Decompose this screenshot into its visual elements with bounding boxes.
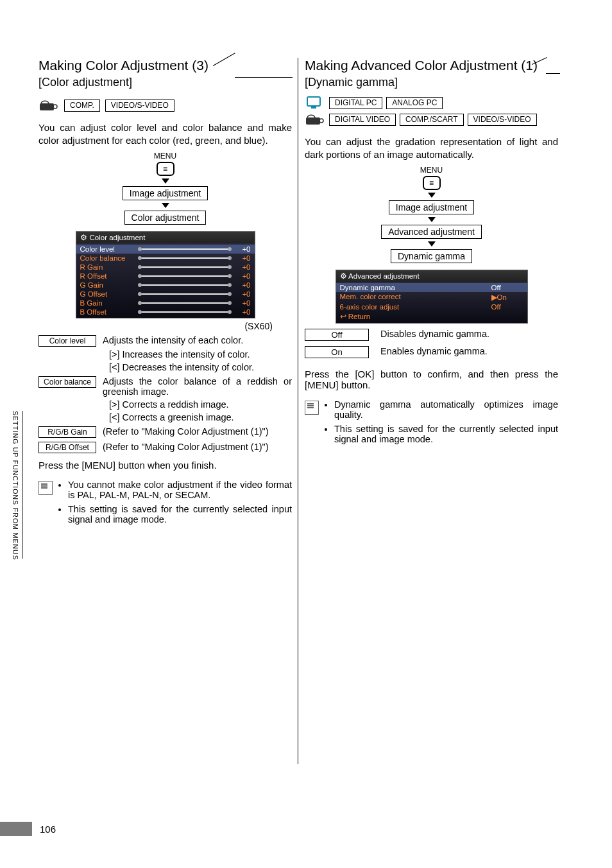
- osd-row-value: +0: [232, 263, 251, 271]
- def-val-rgb-offset: (Refer to "Making Color Adjustment (1)"): [103, 442, 292, 452]
- osd-row: B Offset+0: [76, 308, 255, 317]
- monitor-icon: [305, 96, 325, 110]
- osd2-title: Advanced adjustment: [348, 272, 420, 280]
- osd-row: Dynamic gammaOff: [336, 283, 527, 292]
- right-menu-flow: MENU ≡ Image adjustment Advanced adjustm…: [305, 166, 558, 263]
- flow-image-adjustment: Image adjustment: [123, 186, 208, 200]
- osd-row-value: Off: [491, 303, 523, 311]
- badge-comp: COMP.: [64, 100, 100, 112]
- osd-row-label: Color balance: [80, 254, 138, 262]
- projector-icon: [305, 112, 325, 126]
- badge-comp-scart: COMP./SCART: [400, 114, 464, 126]
- osd-title: Color adjustment: [90, 234, 146, 241]
- left-note-1: You cannot make color adjustment if the …: [68, 480, 292, 500]
- osd-slider: [140, 293, 229, 295]
- svg-rect-4: [306, 117, 320, 125]
- option-key-off: Off: [305, 329, 369, 341]
- option-val-on: Enables dynamic gamma.: [380, 346, 488, 356]
- def-val-color-level: Adjusts the intensity of each color.: [103, 335, 292, 345]
- column-divider: [298, 58, 298, 764]
- right-note-1: Dynamic gamma automatically optimizes im…: [334, 399, 558, 420]
- sx60-note: (SX60): [38, 321, 292, 331]
- osd-row-value: +0: [232, 272, 251, 280]
- flow-advanced-adjustment: Advanced adjustment: [381, 225, 482, 239]
- right-note-2: This setting is saved for the currently …: [334, 424, 558, 444]
- title-line: [546, 73, 560, 74]
- osd-slider: [140, 266, 229, 268]
- osd-row-label: Color level: [80, 245, 138, 253]
- projector-icon: [38, 98, 59, 112]
- left-note-2: This setting is saved for the currently …: [68, 504, 292, 525]
- left-notes: You cannot make color adjustment if the …: [59, 480, 292, 528]
- osd-row-label: G Gain: [80, 281, 138, 289]
- osd-row: Color level+0: [76, 245, 255, 254]
- osd-row-value: ▶On: [491, 293, 523, 302]
- osd-row: B Gain+0: [76, 299, 255, 308]
- left-column: Making Color Adjustment (3) [Color adjus…: [38, 58, 292, 764]
- arrow-down-icon: [428, 193, 436, 198]
- left-press-line: Press the [MENU] button when you finish.: [38, 460, 292, 471]
- option-val-off: Disables dynamic gamma.: [380, 329, 489, 339]
- badge-video-svideo: VIDEO/S-VIDEO: [105, 100, 174, 112]
- right-column: Making Advanced Color Adjustment (1) [Dy…: [305, 58, 558, 764]
- left-menu-flow: MENU ≡ Image adjustment Color adjustment: [38, 152, 292, 225]
- menu-button-icon: ≡: [423, 176, 441, 190]
- left-intro: You can adjust color level and color bal…: [38, 121, 292, 146]
- osd-slider: [140, 311, 229, 313]
- osd-row-value: [491, 312, 523, 321]
- def-key-color-level: Color level: [38, 335, 96, 347]
- osd-row-label: Dynamic gamma: [340, 284, 489, 291]
- osd-row: Color balance+0: [76, 254, 255, 263]
- def-key-rgb-offset: R/G/B Offset: [38, 442, 96, 453]
- right-title: Making Advanced Color Adjustment (1): [305, 58, 558, 73]
- osd-row-label: G Offset: [80, 290, 138, 298]
- menu-label: MENU: [154, 152, 176, 161]
- right-intro: You can adjust the gradation representat…: [305, 135, 558, 161]
- svg-rect-0: [40, 103, 54, 110]
- osd-row: R Gain+0: [76, 263, 255, 272]
- osd-row-value: +0: [232, 245, 251, 253]
- osd-row: 6-axis color adjustOff: [336, 302, 527, 311]
- osd-color-adjustment: ⚙Color adjustment Color level+0Color bal…: [76, 231, 255, 318]
- osd-row-label: B Offset: [80, 308, 138, 316]
- osd-advanced-adjustment: ⚙ Advanced adjustment Dynamic gammaOffMe…: [336, 270, 528, 324]
- flow-dynamic-gamma: Dynamic gamma: [391, 249, 472, 263]
- osd-row: Mem. color correct▶On: [336, 292, 527, 302]
- page-number: 106: [40, 824, 56, 835]
- arrow-down-icon: [162, 203, 169, 208]
- osd-slider: [140, 302, 229, 304]
- osd-row-value: +0: [232, 299, 251, 307]
- osd-row-label: 6-axis color adjust: [340, 303, 489, 311]
- menu-label: MENU: [420, 166, 443, 175]
- menu-button-icon: ≡: [157, 162, 174, 176]
- left-subtitle: [Color adjustment]: [38, 76, 292, 89]
- osd-slider: [140, 257, 229, 259]
- osd-row-label: B Gain: [80, 299, 138, 307]
- badge-digital-pc: DIGITAL PC: [329, 97, 382, 109]
- svg-rect-2: [307, 97, 320, 106]
- arrow-down-icon: [428, 241, 436, 247]
- def-key-color-balance: Color balance: [38, 376, 96, 388]
- osd-row-label: R Gain: [80, 263, 138, 271]
- arrow-down-icon: [428, 217, 436, 222]
- def-colorlevel-inc: [>] Increases the intensity of color.: [109, 349, 292, 360]
- osd-row: G Gain+0: [76, 281, 255, 290]
- side-tab-text: SETTING UP FUNCTIONS FROM MENUS: [12, 411, 19, 560]
- osd-row: G Offset+0: [76, 290, 255, 299]
- osd-row-value: Off: [491, 284, 523, 291]
- osd-row-value: +0: [232, 290, 251, 298]
- osd-row-label: R Offset: [80, 272, 138, 280]
- def-colorbalance-g: [<] Corrects a greenish image.: [109, 412, 292, 422]
- osd-slider: [140, 248, 229, 250]
- right-press-line: Press the [OK] button to confirm, and th…: [305, 369, 558, 390]
- page-tab: [0, 822, 32, 836]
- side-tab-line: [22, 411, 23, 559]
- osd-row-label: ↩ Return: [340, 312, 489, 321]
- def-val-color-balance: Adjusts the color balance of a reddish o…: [103, 376, 292, 397]
- badge-video-svideo: VIDEO/S-VIDEO: [468, 114, 537, 126]
- def-key-rgb-gain: R/G/B Gain: [38, 426, 96, 438]
- right-subtitle: [Dynamic gamma]: [305, 76, 558, 89]
- osd-row-value: +0: [232, 308, 251, 316]
- badge-digital-video: DIGITAL VIDEO: [329, 114, 396, 126]
- left-title: Making Color Adjustment (3): [38, 58, 292, 73]
